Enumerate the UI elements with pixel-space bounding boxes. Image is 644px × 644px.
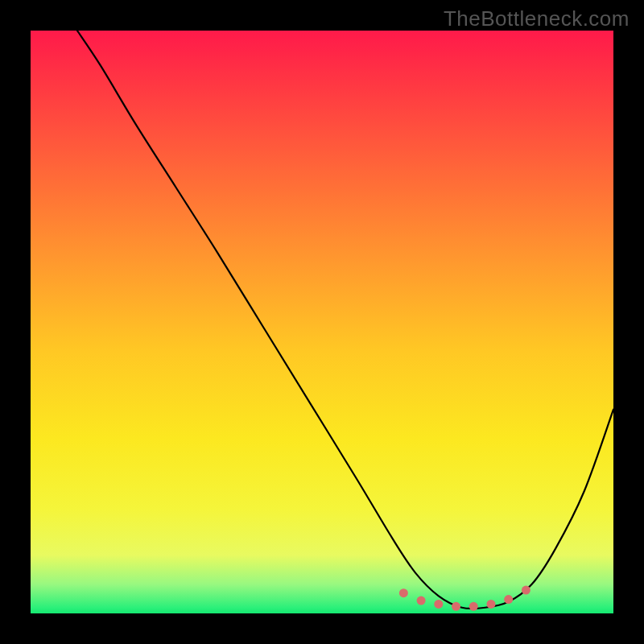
marker-dot [522, 586, 530, 595]
marker-dot [504, 595, 513, 604]
marker-dot [469, 602, 478, 611]
flat-region-markers [399, 586, 530, 611]
marker-dot [486, 600, 495, 609]
marker-dot [399, 588, 408, 597]
bottleneck-curve [77, 31, 613, 609]
watermark-text: TheBottleneck.com [444, 6, 630, 31]
chart-plot-area [31, 31, 613, 613]
marker-dot [434, 600, 443, 609]
chart-svg [31, 31, 613, 613]
marker-dot [452, 602, 460, 611]
marker-dot [417, 597, 426, 605]
